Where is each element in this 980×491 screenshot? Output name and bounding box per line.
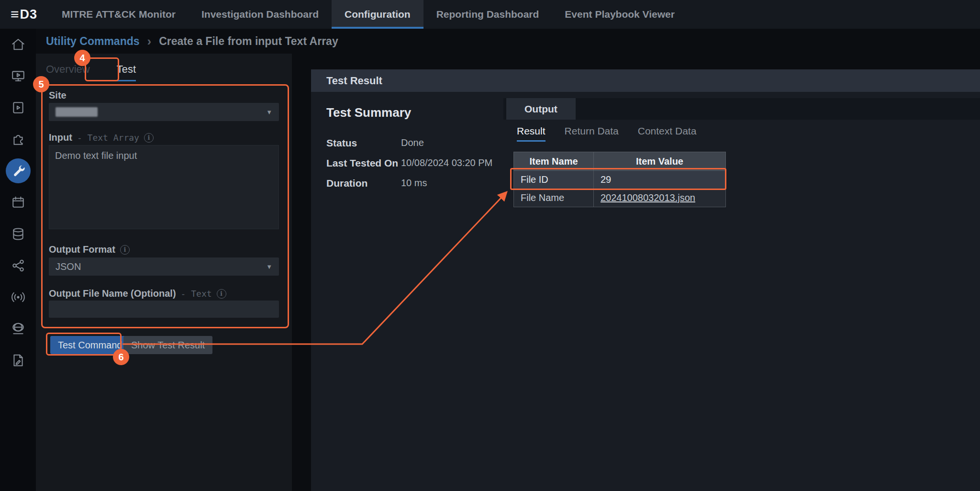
caret-down-icon: ▼ [266,109,272,116]
nav-item-mitre-attack-monitor[interactable]: MITRE ATT&CK Monitor [49,0,189,29]
site-select[interactable]: ▼ [49,103,279,121]
sidebar-item-share-nodes[interactable] [0,250,36,281]
document-edit-icon [6,348,31,373]
nav-item-reporting-dashboard[interactable]: Reporting Dashboard [423,0,552,29]
file-name-type-hint: - Text [181,289,212,299]
video-file-icon [6,95,31,120]
column-header-item-name: Item Name [514,152,594,171]
input-textarea[interactable]: Demo text file input [49,145,279,229]
file-name-link[interactable]: 20241008032013.json [601,192,695,203]
app-screen: ≡ D3 MITRE ATT&CK Monitor Investigation … [0,0,980,491]
monitor-play-icon [6,64,31,89]
broadcast-icon [6,285,31,310]
breadcrumb-utility-commands[interactable]: Utility Commands [46,35,140,48]
test-summary-title: Test Summary [326,105,492,120]
show-test-result-button[interactable]: Show Test Result [123,336,212,354]
tab-context-data[interactable]: Context Data [638,125,697,142]
caret-down-icon: ▼ [266,263,272,270]
logo-text: D3 [20,7,38,22]
cell-file-id-value: 29 [594,171,726,189]
calendar-icon [6,190,31,215]
input-label: Input - Text Array i [49,132,154,143]
nav-item-event-playbook-viewer[interactable]: Event Playbook Viewer [552,0,688,29]
output-format-select[interactable]: JSON ▼ [49,257,279,276]
share-nodes-icon [6,253,31,278]
command-panel-tabs: Overview Test [46,63,136,81]
top-nav: ≡ D3 MITRE ATT&CK Monitor Investigation … [0,0,980,29]
site-value-redacted [56,107,98,117]
sidebar-item-broadcast[interactable] [0,281,36,313]
summary-label-duration: Duration [326,178,401,189]
result-tabs: Result Return Data Context Data [517,125,696,142]
sidebar-item-database[interactable] [0,218,36,250]
sidebar-item-globe[interactable] [0,313,36,345]
table-row-file-id[interactable]: File ID 29 [514,171,726,189]
database-icon [6,222,31,246]
icon-sidebar [0,29,36,491]
tab-return-data[interactable]: Return Data [565,125,619,142]
sidebar-item-document-edit[interactable] [0,345,36,376]
input-type-hint: - Text Array [77,133,139,143]
nav-item-investigation-dashboard[interactable]: Investigation Dashboard [189,0,332,29]
nav-item-configuration[interactable]: Configuration [332,0,423,29]
test-summary: Test Summary Status Done Last Tested On … [326,105,492,189]
tab-test[interactable]: Test [117,63,136,81]
info-icon[interactable]: i [144,133,154,143]
info-icon[interactable]: i [120,245,130,255]
cell-file-id-name: File ID [514,171,594,189]
summary-label-status: Status [326,137,401,149]
test-result-title: Test Result [326,75,382,87]
summary-value-status: Done [401,137,492,149]
tab-result[interactable]: Result [517,125,546,142]
output-tab-strip: Output [503,98,980,120]
logo-bars-icon: ≡ [11,7,20,22]
test-summary-grid: Status Done Last Tested On 10/08/2024 03… [326,137,492,189]
sidebar-item-home[interactable] [0,29,36,60]
sidebar-item-puzzle[interactable] [0,123,36,155]
table-row-file-name[interactable]: File Name 20241008032013.json [514,189,726,207]
tab-output[interactable]: Output [506,98,576,120]
test-result-header: Test Result [311,69,980,92]
sidebar-item-monitor-play[interactable] [0,60,36,92]
wrench-icon [6,158,31,183]
test-result-panel: Test Result Test Summary Status Done Las… [311,69,980,491]
page-title: Create a File from input Text Array [159,35,338,48]
summary-value-duration: 10 ms [401,178,492,189]
command-panel: Overview Test Site ▼ Input - Text Array … [36,54,292,491]
site-label: Site [49,90,67,101]
output-format-label: Output Format i [49,244,130,255]
globe-icon [6,316,31,341]
breadcrumb: Utility Commands › Create a File from in… [46,29,338,54]
sidebar-item-calendar[interactable] [0,187,36,218]
output-format-value: JSON [56,261,81,272]
tab-overview[interactable]: Overview [46,63,90,81]
home-icon [6,32,31,57]
info-icon[interactable]: i [217,289,226,299]
output-file-name-label: Output File Name (Optional) - Text i [49,288,226,299]
test-command-button[interactable]: Test Command [50,336,130,354]
chevron-right-icon: › [147,34,152,49]
result-table: Item Name Item Value File ID 29 File Nam… [513,152,726,207]
summary-value-last-tested: 10/08/2024 03:20 PM [401,157,492,169]
result-table-header-row: Item Name Item Value [514,152,726,171]
puzzle-icon [6,127,31,152]
output-file-name-input[interactable] [49,301,279,318]
d3-logo[interactable]: ≡ D3 [0,0,49,29]
cell-file-name-name: File Name [514,189,594,207]
column-header-item-value: Item Value [594,152,726,171]
test-result-body: Test Summary Status Done Last Tested On … [311,92,980,491]
sidebar-item-video-file[interactable] [0,92,36,123]
sidebar-item-utility-commands[interactable] [0,155,36,187]
summary-label-last-tested: Last Tested On [326,157,401,169]
